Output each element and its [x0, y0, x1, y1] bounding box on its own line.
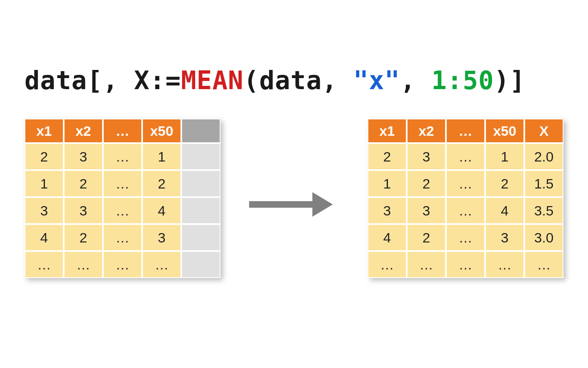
cell: 4	[142, 197, 181, 224]
cell: …	[446, 251, 485, 278]
cell: 2	[64, 224, 103, 251]
table-row: 4 2 … 3	[24, 224, 220, 251]
cell: …	[103, 170, 142, 197]
tables-row: x1 x2 … x50 2 3 … 1 1 2 …	[24, 119, 564, 278]
cell: 2	[142, 170, 181, 197]
cell: 3	[485, 224, 524, 251]
cell: 3	[24, 197, 64, 224]
diagram-stage: data[, X:=MEAN(data, "x", 1:50)] x1 x2 ……	[0, 0, 588, 368]
cell: …	[368, 251, 407, 278]
cell: 2	[64, 170, 103, 197]
col-header: x2	[64, 119, 103, 143]
cell: 1	[368, 170, 407, 197]
col-header: x50	[142, 119, 181, 143]
cell-blank	[181, 224, 220, 251]
cell: 1	[24, 170, 64, 197]
col-header: x50	[485, 119, 524, 143]
table-row: 1 2 … 2	[24, 170, 220, 197]
col-header: x1	[368, 119, 407, 143]
table-header-row: x1 x2 … x50	[24, 119, 220, 143]
cell: 3	[368, 197, 407, 224]
table-row: 2 3 … 1 2.0	[368, 143, 564, 170]
cell: 4	[24, 224, 64, 251]
cell: 3	[64, 197, 103, 224]
code-segment: )]	[494, 65, 526, 95]
cell: 4	[485, 197, 524, 224]
table-header-row: x1 x2 … x50 X	[368, 119, 564, 143]
input-table: x1 x2 … x50 2 3 … 1 1 2 …	[24, 119, 220, 278]
col-header: x1	[24, 119, 64, 143]
cell: …	[24, 251, 64, 278]
code-mean-keyword: MEAN	[181, 65, 243, 95]
cell: …	[485, 251, 524, 278]
cell: 2	[407, 224, 446, 251]
table-row: … … … … …	[368, 251, 564, 278]
arrow-container	[220, 119, 368, 278]
cell: …	[103, 251, 142, 278]
cell: 3	[407, 143, 446, 170]
cell: 3.5	[524, 197, 564, 224]
cell: …	[524, 251, 564, 278]
cell: 2	[24, 143, 64, 170]
cell: 2	[485, 170, 524, 197]
cell: 3	[64, 143, 103, 170]
cell: …	[103, 224, 142, 251]
code-segment: ,	[400, 65, 432, 95]
cell: 3.0	[524, 224, 564, 251]
col-header: x2	[407, 119, 446, 143]
cell: …	[446, 170, 485, 197]
cell-blank	[181, 197, 220, 224]
table-row: … … … …	[24, 251, 220, 278]
table-row: 3 3 … 4 3.5	[368, 197, 564, 224]
cell-blank	[181, 251, 220, 278]
code-range-literal: 1:50	[432, 65, 494, 95]
output-table: x1 x2 … x50 X 2 3 … 1 2.0 1 2	[368, 119, 564, 278]
cell: …	[446, 143, 485, 170]
cell: 3	[142, 224, 181, 251]
cell: …	[103, 143, 142, 170]
arrow-right-icon	[249, 192, 339, 217]
table-row: 1 2 … 2 1.5	[368, 170, 564, 197]
col-header-blank	[181, 119, 220, 143]
cell: 2	[368, 143, 407, 170]
cell: 1	[485, 143, 524, 170]
cell: 1.5	[524, 170, 564, 197]
cell: 2	[407, 170, 446, 197]
cell: 3	[407, 197, 446, 224]
cell: …	[103, 197, 142, 224]
cell: …	[446, 197, 485, 224]
col-header: X	[524, 119, 564, 143]
cell-blank	[181, 170, 220, 197]
table-row: 2 3 … 1	[24, 143, 220, 170]
code-segment: data[, X:=	[24, 65, 181, 95]
cell: 2.0	[524, 143, 564, 170]
cell: …	[142, 251, 181, 278]
code-string-literal: "x"	[353, 65, 400, 95]
table-row: 4 2 … 3 3.0	[368, 224, 564, 251]
col-header: …	[446, 119, 485, 143]
code-expression: data[, X:=MEAN(data, "x", 1:50)]	[24, 65, 526, 95]
cell-blank	[181, 143, 220, 170]
cell: 1	[142, 143, 181, 170]
col-header: …	[103, 119, 142, 143]
cell: …	[64, 251, 103, 278]
code-segment: (data,	[244, 65, 353, 95]
cell: …	[446, 224, 485, 251]
cell: 4	[368, 224, 407, 251]
table-row: 3 3 … 4	[24, 197, 220, 224]
cell: …	[407, 251, 446, 278]
